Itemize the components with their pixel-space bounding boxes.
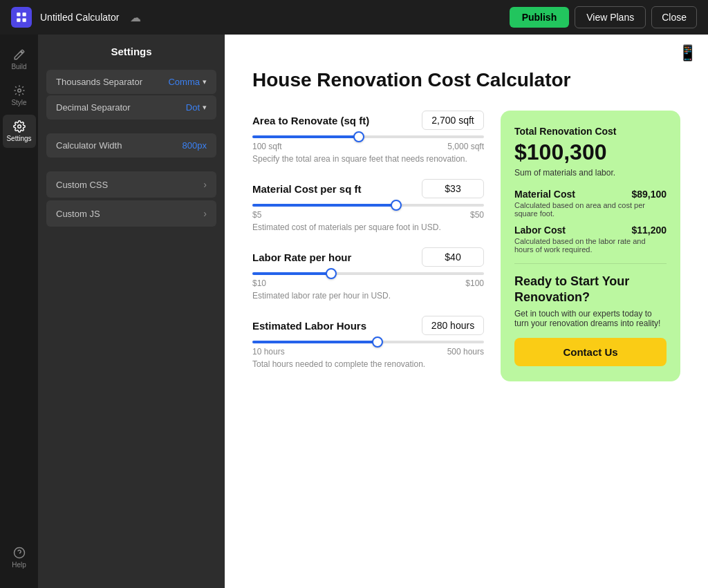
- result-total: $100,300: [514, 140, 667, 165]
- slider-group-area: Area to Renovate (sq ft) 2,700 sqft 100 …: [252, 111, 484, 164]
- svg-rect-2: [17, 19, 20, 22]
- cta-title: Ready to Start Your Renovation?: [514, 274, 667, 305]
- labor-cost-label: Labor Cost: [514, 225, 566, 236]
- cta-desc: Get in touch with our experts today to t…: [514, 309, 667, 328]
- labor-cost-desc: Calculated based on the labor rate and h…: [514, 237, 667, 254]
- custom-js-row[interactable]: Custom JS ›: [46, 200, 216, 227]
- labor-rate-track-wrap: [252, 272, 484, 275]
- pencil-icon: [13, 48, 26, 61]
- labor-rate-fill: [252, 272, 331, 275]
- decimal-separator-value: Dot ▾: [186, 102, 207, 113]
- svg-rect-0: [17, 12, 20, 16]
- publish-button[interactable]: Publish: [510, 7, 570, 28]
- labor-hours-track[interactable]: [252, 341, 484, 343]
- result-panel: Total Renovation Cost $100,300 Sum of ma…: [501, 111, 680, 384]
- labor-rate-track[interactable]: [252, 272, 484, 275]
- rail-item-settings[interactable]: Settings: [3, 115, 36, 148]
- material-track-wrap: [252, 204, 484, 207]
- calculator-width-row[interactable]: Calculator Width 800px: [46, 133, 216, 158]
- material-range-labels: $5 $50: [252, 210, 484, 220]
- custom-js-arrow-icon: ›: [203, 208, 207, 219]
- svg-rect-1: [23, 12, 26, 16]
- area-label: Area to Renovate (sq ft): [252, 115, 369, 126]
- labor-hours-value[interactable]: 280 hours: [422, 316, 484, 335]
- main-layout: Build Style Settings Help Settings Tho: [0, 35, 708, 588]
- svg-point-4: [17, 89, 21, 93]
- labor-hours-label: Estimated Labor Hours: [252, 320, 366, 332]
- app-icon: [11, 7, 32, 28]
- labor-rate-desc: Estimated labor rate per hour in USD.: [252, 291, 484, 301]
- area-desc: Specify the total area in square feet th…: [252, 154, 484, 164]
- decimal-chevron-icon: ▾: [203, 103, 207, 112]
- material-cost-label: Material Cost: [514, 189, 575, 200]
- settings-icon: [13, 120, 26, 133]
- mobile-icon[interactable]: 📱: [678, 44, 697, 62]
- rail-item-help[interactable]: Help: [3, 541, 36, 574]
- labor-rate-thumb[interactable]: [326, 268, 337, 279]
- calculator-width-value: 800px: [183, 140, 207, 151]
- thousands-separator-row[interactable]: Thousands Separator Comma ▾: [46, 70, 216, 94]
- cloud-icon: ☁: [130, 11, 141, 24]
- result-subtitle: Sum of materials and labor.: [514, 168, 667, 178]
- settings-title: Settings: [46, 46, 216, 57]
- material-cost-item: Material Cost $89,100 Calculated based o…: [514, 189, 667, 218]
- svg-rect-3: [23, 19, 26, 22]
- area-track[interactable]: [252, 135, 484, 138]
- slider-group-labor-rate: Labor Rate per hour $40 $10 $100 Estimat…: [252, 247, 484, 301]
- material-cost-value: $89,100: [631, 189, 667, 200]
- area-track-wrap: [252, 135, 484, 138]
- svg-point-5: [17, 125, 21, 129]
- material-value[interactable]: $33: [422, 179, 484, 198]
- style-label: Style: [11, 99, 26, 106]
- result-title: Total Renovation Cost: [514, 126, 667, 137]
- app-title: Untitled Calculator: [40, 12, 119, 23]
- area-thumb[interactable]: [353, 131, 364, 142]
- labor-hours-desc: Total hours needed to complete the renov…: [252, 359, 484, 369]
- topbar-actions: Publish View Plans Close: [510, 6, 697, 28]
- decimal-separator-label: Decimal Separator: [56, 102, 131, 113]
- grid-icon: [15, 11, 28, 23]
- labor-hours-fill: [252, 341, 378, 343]
- help-icon: [13, 547, 26, 559]
- labor-hours-thumb[interactable]: [372, 336, 383, 348]
- calculator-body: Area to Renovate (sq ft) 2,700 sqft 100 …: [252, 111, 680, 384]
- material-fill: [252, 204, 396, 207]
- material-label: Material Cost per sq ft: [252, 183, 362, 195]
- style-icon: [13, 84, 26, 97]
- material-cost-desc: Calculated based on area and cost per sq…: [514, 201, 667, 218]
- calculator-title: House Renovation Cost Calculator: [252, 69, 680, 91]
- thousands-separator-label: Thousands Separator: [56, 77, 142, 87]
- rail-item-style[interactable]: Style: [3, 79, 36, 112]
- settings-panel: Settings Thousands Separator Comma ▾ Dec…: [38, 35, 225, 588]
- view-plans-button[interactable]: View Plans: [575, 6, 646, 28]
- contact-us-button[interactable]: Contact Us: [514, 338, 667, 366]
- labor-cost-value: $11,200: [631, 225, 667, 236]
- custom-css-row[interactable]: Custom CSS ›: [46, 171, 216, 198]
- material-track[interactable]: [252, 204, 484, 207]
- icon-rail: Build Style Settings Help: [0, 35, 38, 588]
- close-button[interactable]: Close: [651, 6, 697, 28]
- rail-item-build[interactable]: Build: [3, 43, 36, 76]
- separator-section: Thousands Separator Comma ▾ Decimal Sepa…: [46, 70, 216, 120]
- help-label: Help: [12, 561, 26, 569]
- slider-group-material: Material Cost per sq ft $33 $5 $50 Estim…: [252, 179, 484, 232]
- area-value[interactable]: 2,700 sqft: [422, 111, 484, 130]
- material-desc: Estimated cost of materials per square f…: [252, 222, 484, 232]
- labor-rate-value[interactable]: $40: [422, 247, 484, 267]
- result-card: Total Renovation Cost $100,300 Sum of ma…: [501, 111, 680, 381]
- settings-label: Settings: [6, 135, 31, 142]
- decimal-separator-row[interactable]: Decimal Separator Dot ▾: [46, 95, 216, 120]
- result-divider: [514, 263, 667, 264]
- labor-rate-range-labels: $10 $100: [252, 278, 484, 288]
- custom-section: Custom CSS › Custom JS ›: [46, 171, 216, 227]
- labor-hours-range-labels: 10 hours 500 hours: [252, 347, 484, 357]
- sliders-panel: Area to Renovate (sq ft) 2,700 sqft 100 …: [252, 111, 484, 384]
- custom-js-label: Custom JS: [56, 209, 100, 219]
- labor-rate-label: Labor Rate per hour: [252, 252, 351, 263]
- build-label: Build: [11, 63, 26, 70]
- width-section: Calculator Width 800px: [46, 133, 216, 158]
- material-thumb[interactable]: [391, 200, 402, 211]
- custom-css-label: Custom CSS: [56, 180, 108, 190]
- topbar: Untitled Calculator ☁ Publish View Plans…: [0, 0, 708, 35]
- preview-area: 📱 House Renovation Cost Calculator Area …: [225, 35, 708, 588]
